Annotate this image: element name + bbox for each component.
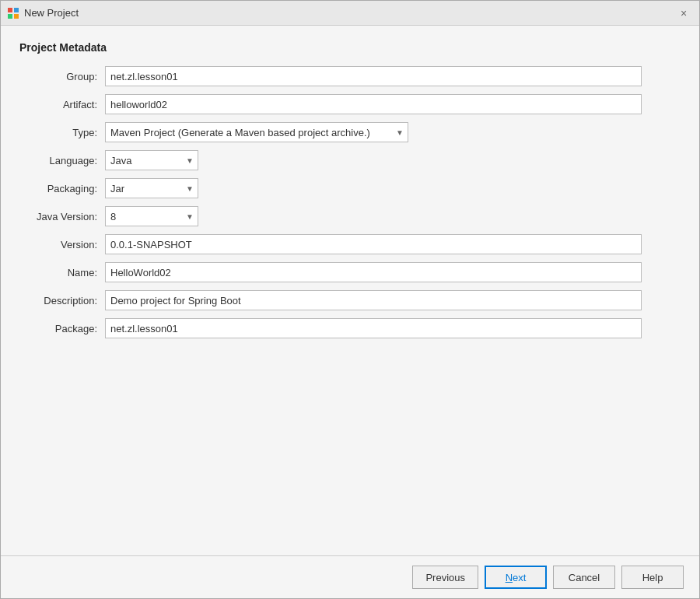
window-title: New Project: [24, 7, 674, 19]
group-label: Group:: [19, 71, 105, 82]
language-select-container: Java Kotlin Groovy ▼: [105, 150, 198, 170]
version-label: Version:: [19, 239, 105, 250]
dialog-footer: Previous Next Cancel Help: [1, 555, 699, 598]
language-row: Language: Java Kotlin Groovy ▼: [19, 150, 681, 170]
previous-label: Previous: [425, 572, 465, 583]
dialog-content: Project Metadata Group: Artifact: Type: …: [1, 26, 699, 555]
artifact-label: Artifact:: [19, 99, 105, 110]
package-row: Package:: [19, 318, 681, 338]
title-bar: New Project ×: [1, 1, 699, 26]
name-input[interactable]: [105, 262, 642, 282]
description-row: Description:: [19, 290, 681, 310]
packaging-label: Packaging:: [19, 183, 105, 194]
cancel-button[interactable]: Cancel: [553, 566, 615, 589]
group-row: Group:: [19, 66, 681, 86]
description-label: Description:: [19, 295, 105, 307]
java-version-select[interactable]: 8 11 17: [105, 206, 198, 226]
packaging-row: Packaging: Jar War ▼: [19, 178, 681, 198]
help-button[interactable]: Help: [621, 566, 684, 589]
language-select[interactable]: Java Kotlin Groovy: [105, 150, 198, 170]
packaging-select-container: Jar War ▼: [105, 178, 198, 198]
section-title: Project Metadata: [19, 41, 681, 54]
next-label: Next: [506, 572, 527, 583]
svg-rect-3: [14, 14, 19, 19]
packaging-select[interactable]: Jar War: [105, 178, 198, 198]
version-input[interactable]: [105, 234, 642, 254]
java-version-row: Java Version: 8 11 17 ▼: [19, 206, 681, 226]
cancel-label: Cancel: [569, 572, 600, 583]
new-project-dialog: New Project × Project Metadata Group: Ar…: [0, 0, 700, 599]
language-label: Language:: [19, 155, 105, 166]
java-version-label: Java Version:: [19, 211, 105, 222]
artifact-input[interactable]: [105, 94, 642, 114]
name-row: Name:: [19, 262, 681, 282]
app-icon: [7, 7, 19, 19]
help-label: Help: [642, 572, 663, 583]
svg-rect-1: [14, 8, 19, 12]
type-row: Type: Maven Project (Generate a Maven ba…: [19, 122, 681, 142]
type-select-container: Maven Project (Generate a Maven based pr…: [105, 122, 408, 142]
java-version-select-container: 8 11 17 ▼: [105, 206, 198, 226]
version-row: Version:: [19, 234, 681, 254]
svg-rect-0: [8, 8, 12, 12]
group-input[interactable]: [105, 66, 642, 86]
previous-button[interactable]: Previous: [412, 566, 478, 589]
type-label: Type:: [19, 127, 105, 138]
next-button[interactable]: Next: [485, 566, 547, 589]
artifact-row: Artifact:: [19, 94, 681, 114]
description-input[interactable]: [105, 290, 642, 310]
name-label: Name:: [19, 267, 105, 278]
svg-rect-2: [8, 14, 12, 19]
package-input[interactable]: [105, 318, 642, 338]
package-label: Package:: [19, 323, 105, 335]
type-select[interactable]: Maven Project (Generate a Maven based pr…: [105, 122, 408, 142]
close-button[interactable]: ×: [674, 4, 693, 23]
